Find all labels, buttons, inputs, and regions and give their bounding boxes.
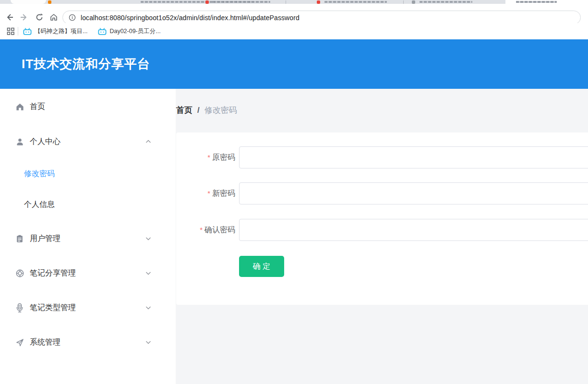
sidebar-item-home[interactable]: 首页 bbox=[0, 97, 176, 116]
bookmark-item[interactable]: 【码神之路】项目... bbox=[23, 27, 87, 36]
bilibili-tv-icon bbox=[23, 28, 32, 35]
ring-icon bbox=[15, 268, 24, 278]
tab-title-smudge bbox=[516, 1, 557, 3]
sidebar: 首页 个人中心 修改密码 个人信息 用户管理 笔记分享管理 bbox=[0, 89, 176, 384]
sidebar-subitem-update-password[interactable]: 修改密码 bbox=[0, 164, 176, 183]
tab-favicon-gray-icon bbox=[412, 0, 415, 4]
url-bar[interactable]: localhost:8080/springboot1o52x/admin/dis… bbox=[62, 11, 581, 24]
sidebar-subitem-personal-info[interactable]: 个人信息 bbox=[0, 195, 176, 214]
chevron-down-icon bbox=[144, 304, 152, 312]
sidebar-item-system-management[interactable]: 系统管理 bbox=[0, 333, 176, 352]
info-icon bbox=[69, 14, 76, 21]
breadcrumb-separator: / bbox=[197, 106, 200, 115]
reload-button[interactable] bbox=[33, 11, 46, 24]
tab-title-smudge[interactable] bbox=[213, 1, 270, 3]
bookmarks-divider bbox=[18, 27, 18, 36]
breadcrumb: 首页 / 修改密码 bbox=[176, 105, 237, 116]
tab-separator bbox=[286, 0, 286, 4]
sidebar-item-label: 笔记分享管理 bbox=[30, 268, 76, 278]
page-title: IT技术交流和分享平台 bbox=[22, 56, 150, 72]
back-icon bbox=[5, 13, 14, 22]
bilibili-tv-icon bbox=[98, 28, 107, 35]
home-button[interactable] bbox=[47, 11, 60, 24]
sidebar-item-note-type-management[interactable]: 笔记类型管理 bbox=[0, 298, 176, 317]
old-password-label: *原密码 bbox=[176, 146, 235, 168]
sidebar-subitem-label: 个人信息 bbox=[24, 200, 55, 210]
bookmarks-bar: 【码神之路】项目... Day02-09-员工分... bbox=[0, 23, 588, 39]
update-password-card: *原密码 *新密码 *确认密码 确 定 bbox=[176, 132, 588, 305]
bookmark-item[interactable]: Day02-09-员工分... bbox=[98, 27, 160, 36]
confirm-password-label: *确认密码 bbox=[176, 219, 235, 241]
chevron-up-icon bbox=[144, 138, 152, 145]
sidebar-item-label: 首页 bbox=[30, 102, 45, 112]
forward-icon bbox=[20, 13, 28, 22]
chevron-down-icon bbox=[144, 338, 152, 346]
user-icon bbox=[15, 137, 24, 146]
old-password-input[interactable] bbox=[239, 146, 588, 168]
apps-grid-icon[interactable] bbox=[7, 27, 15, 36]
bookmark-label: 【码神之路】项目... bbox=[35, 27, 87, 36]
chevron-down-icon bbox=[144, 269, 152, 277]
required-marker: * bbox=[200, 226, 203, 234]
browser-tab-active[interactable] bbox=[505, 0, 588, 4]
new-password-input[interactable] bbox=[239, 182, 588, 204]
required-marker: * bbox=[207, 189, 210, 197]
tab-title-smudge[interactable] bbox=[324, 1, 387, 3]
sidebar-item-label: 个人中心 bbox=[30, 137, 60, 147]
sidebar-item-label: 笔记类型管理 bbox=[30, 303, 76, 313]
browser-toolbar: localhost:8080/springboot1o52x/admin/dis… bbox=[0, 4, 588, 23]
tab-title-smudge[interactable] bbox=[420, 1, 472, 3]
breadcrumb-home[interactable]: 首页 bbox=[176, 105, 192, 116]
confirm-password-input[interactable] bbox=[239, 219, 588, 241]
tab-favicon-red-icon bbox=[205, 0, 209, 4]
microphone-icon bbox=[15, 303, 24, 312]
sidebar-item-label: 用户管理 bbox=[30, 234, 60, 244]
url-text[interactable]: localhost:8080/springboot1o52x/admin/dis… bbox=[81, 14, 300, 22]
browser-tab-strip bbox=[0, 0, 588, 4]
send-icon bbox=[15, 337, 24, 347]
home-icon bbox=[15, 102, 24, 111]
chevron-down-icon bbox=[144, 235, 152, 242]
breadcrumb-current: 修改密码 bbox=[204, 105, 237, 116]
sidebar-subitem-label: 修改密码 bbox=[24, 169, 55, 179]
sidebar-item-label: 系统管理 bbox=[30, 337, 60, 348]
tab-favicon-orange-icon bbox=[48, 0, 51, 4]
required-marker: * bbox=[207, 153, 210, 161]
back-button[interactable] bbox=[3, 11, 16, 24]
browser-tab[interactable] bbox=[11, 0, 46, 4]
app-header: IT技术交流和分享平台 bbox=[0, 39, 588, 89]
tab-favicon-red-icon bbox=[317, 0, 320, 4]
forward-button[interactable] bbox=[17, 11, 31, 24]
main-content: 首页 / 修改密码 *原密码 *新密码 *确认密码 确 定 bbox=[176, 89, 588, 384]
confirm-button[interactable]: 确 定 bbox=[239, 256, 284, 277]
bookmark-label: Day02-09-员工分... bbox=[109, 27, 160, 36]
new-password-label: *新密码 bbox=[176, 182, 235, 204]
tab-separator bbox=[403, 0, 404, 4]
sidebar-item-personal-center[interactable]: 个人中心 bbox=[0, 132, 176, 151]
sidebar-item-user-management[interactable]: 用户管理 bbox=[0, 229, 176, 248]
reload-icon bbox=[35, 13, 44, 22]
clipboard-icon bbox=[15, 234, 24, 243]
home-icon bbox=[49, 13, 58, 22]
sidebar-item-note-share-management[interactable]: 笔记分享管理 bbox=[0, 264, 176, 283]
